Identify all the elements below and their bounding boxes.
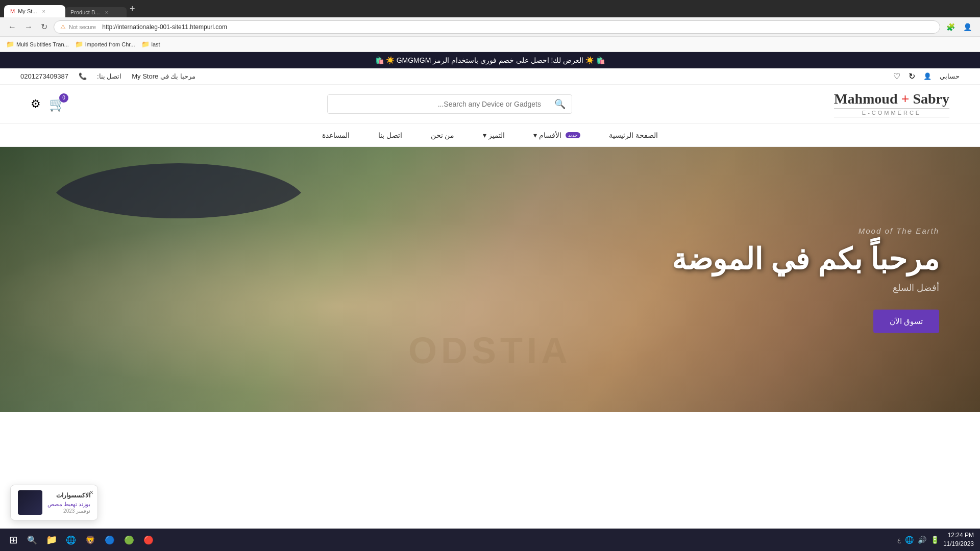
banner-text: 🛍️ ☀️ العرض لك! احصل على خصم فوري باستخد… [375,56,605,64]
refresh-icon-btn[interactable]: ↻ [909,71,915,81]
security-indicator: ⚠ [60,23,66,31]
address-text: http://internationaleg-001-site11.htempu… [102,23,227,31]
wishlist-icon-btn[interactable]: ♡ [893,71,900,81]
taskbar-time-display: 12:24 PM [943,531,974,540]
nav-sections-label: الأقسام [539,131,561,139]
search-input[interactable] [328,95,548,113]
nav-contact[interactable]: اتصل بنا [374,129,406,141]
bookmark-1[interactable]: 📁 Multi Subtitles Tran... [6,40,69,48]
account-icon: 👤 [923,72,932,80]
notification-thumbnail [18,490,42,515]
hero-cta-button[interactable]: تسوق الآن [873,309,939,333]
welcome-text: مرحبا بك في My Store [132,72,195,80]
nav-excellence-label: التميز [488,131,505,139]
hero-section: ODSTIA Mood of The Earth مرحباً بكم في ا… [0,147,980,412]
hero-text-area: Mood of The Earth مرحباً بكم في الموضة أ… [672,227,939,333]
browser-nav-bar: ← → ↻ ⚠ Not secure http://internationale… [0,17,980,37]
bookmark-label-1: Multi Subtitles Tran... [16,41,69,47]
logo-text: Mahmoud + Sabry [834,91,949,107]
extensions-button[interactable]: 🧩 [944,22,957,32]
logo-subtext: E-COMMERCE [834,108,949,117]
logo-first: Mahmoud [834,91,897,107]
nav-home-label: الصفحة الرئيسية [609,131,658,139]
active-tab[interactable]: M My St... × [4,5,65,17]
notification-date: نوفمبر 2023 [47,508,90,514]
tab-close[interactable]: × [42,8,45,14]
search-button[interactable]: 🔍 [548,98,572,110]
inactive-tab-1[interactable]: Product B... × [65,7,127,17]
phone-icon: 📞 [79,72,87,80]
bookmark-label-3: last [152,41,160,47]
tab-favicon: M [10,8,15,14]
header: Mahmoud + Sabry E-COMMERCE 🔍 🛒 0 ⚙ [0,85,980,123]
taskbar-right: ع 🌐 🔊 🔋 12:24 PM 11/19/2023 [897,531,974,548]
taskbar-clock: 12:24 PM 11/19/2023 [943,531,974,548]
nav-sections-arrow: ▾ [533,131,537,139]
tab-close-2[interactable]: × [105,9,108,15]
folder-icon-2: 📁 [75,40,83,48]
cart-badge: 0 [59,93,68,103]
top-bar-left: حسابي 👤 ↻ ♡ [893,71,960,81]
settings-button[interactable]: ⚙ [31,97,41,111]
bookmark-bar: 📁 Multi Subtitles Tran... 📁 Imported fro… [0,37,980,52]
phone-number: 0201273409387 [20,72,68,80]
page-content: 🛍️ ☀️ العرض لك! احصل على خصم فوري باستخد… [0,52,980,412]
folder-icon-3: 📁 [141,40,150,48]
nav-sections[interactable]: جديد الأقسام ▾ [529,129,584,141]
notification-content: الاكسسوارات بوزند تهعيط مصص نوفمبر 2023 [47,492,90,514]
notification-popup: × الاكسسوارات بوزند تهعيط مصص نوفمبر 202… [10,485,98,520]
logo-plus: + [901,91,909,107]
hero-subtitle: Mood of The Earth [672,227,939,235]
account-label[interactable]: حسابي [940,72,960,80]
phone-label: اتصل بنا: [97,72,121,80]
taskbar: ⊞ 🔍 📁 🌐 🦁 🔵 🟢 🔴 ع 🌐 🔊 🔋 12:24 PM 11/19/2… [0,529,980,551]
nav-help-label: المساعدة [322,131,350,139]
cart-wrapper[interactable]: 🛒 0 [49,96,65,112]
top-banner: 🛍️ ☀️ العرض لك! احصل على خصم فوري باستخد… [0,52,980,68]
start-button[interactable]: ⊞ [6,532,21,548]
hero-title: مرحباً بكم في الموضة [672,241,939,277]
taskbar-network-icon: 🌐 [905,536,914,544]
nav-about[interactable]: من نحن [427,129,459,141]
logo-second: Sabry [913,91,949,107]
taskbar-app-icon-4[interactable]: 🔴 [140,532,157,548]
profile-button[interactable]: 👤 [961,22,974,32]
notification-title: الاكسسوارات [47,492,90,499]
new-tab-button[interactable]: + [127,4,138,14]
nav-excellence[interactable]: التميز ▾ [479,129,509,141]
taskbar-app-icon-3[interactable]: 🟢 [121,532,137,548]
nav-sections-badge: جديد [566,132,580,138]
logo[interactable]: Mahmoud + Sabry E-COMMERCE [834,91,949,117]
nav-help[interactable]: المساعدة [318,129,354,141]
forward-button[interactable]: → [22,21,35,33]
bookmark-3[interactable]: 📁 last [141,40,160,48]
taskbar-app-icon-1[interactable]: 🦁 [82,532,99,548]
tab-label: My St... [18,8,37,14]
nav-home[interactable]: الصفحة الرئيسية [605,129,662,141]
refresh-button[interactable]: ↻ [39,21,50,33]
taskbar-files-icon[interactable]: 📁 [43,532,60,548]
nav-contact-label: اتصل بنا [378,131,402,139]
search-bar-container: 🔍 [327,94,572,114]
folder-icon-1: 📁 [6,40,14,48]
hero-description: أفضل السلع [672,282,939,293]
bookmark-label-2: Imported from Chr... [85,41,135,47]
nav-about-label: من نحن [431,131,455,139]
taskbar-date-display: 11/19/2023 [943,540,974,548]
taskbar-lang-indicator: ع [897,536,901,543]
header-icons: 🛒 0 ⚙ [31,96,65,112]
taskbar-browser-icon[interactable]: 🌐 [63,532,79,548]
notification-close-btn[interactable]: × [89,488,93,496]
back-button[interactable]: ← [6,21,18,33]
hero-watermark: ODSTIA [408,330,572,371]
tab-label-2: Product B... [70,9,100,15]
notification-link[interactable]: بوزند تهعيط مصص [47,501,90,507]
nav-excellence-arrow: ▾ [483,131,486,139]
taskbar-search-btn[interactable]: 🔍 [24,533,40,547]
navbar: الصفحة الرئيسية جديد الأقسام ▾ التميز ▾ … [0,123,980,147]
address-bar[interactable]: ⚠ Not secure http://internationaleg-001-… [54,20,940,34]
taskbar-app-icon-2[interactable]: 🔵 [102,532,118,548]
top-bar: حسابي 👤 ↻ ♡ مرحبا بك في My Store اتصل بن… [0,68,980,85]
bookmark-2[interactable]: 📁 Imported from Chr... [75,40,135,48]
browser-tab-bar: M My St... × Product B... × + [0,0,980,17]
